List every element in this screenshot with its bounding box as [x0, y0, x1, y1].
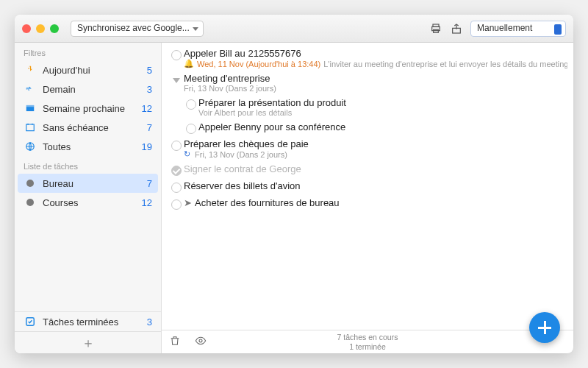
- task-title: ➤Acheter des fournitures de bureau: [184, 197, 567, 208]
- subtask-row[interactable]: Préparer la présentation du produit Voir…: [165, 95, 567, 119]
- filter-all[interactable]: Toutes 19: [15, 137, 161, 156]
- location-icon: ➤: [184, 197, 192, 208]
- task-title: Réserver des billets d'avion: [184, 180, 567, 191]
- filter-count: 19: [142, 141, 152, 152]
- task-checkbox[interactable]: [186, 124, 196, 134]
- task-row[interactable]: Appeler Bill au 2125557676 🔔 Wed, 11 Nov…: [165, 46, 567, 71]
- task-title: Préparer les chèques de paie: [184, 138, 567, 149]
- task-group[interactable]: Meeting d'entreprise Fri, 13 Nov (Dans 2…: [165, 71, 567, 95]
- task-checkbox-done[interactable]: [171, 166, 182, 176]
- sidebar: Filtres Aujourd'hui 5 Demain 3 Semaine p…: [15, 43, 162, 353]
- list-label: Bureau: [43, 178, 74, 189]
- titlebar: Synchronisez avec Google... Manuellement: [15, 15, 573, 43]
- main-footer: 7 tâches en cours 1 terminée: [162, 330, 573, 353]
- task-title: Appeler Bill au 2125557676: [184, 48, 567, 59]
- svg-rect-2: [434, 29, 439, 32]
- task-list: Appeler Bill au 2125557676 🔔 Wed, 11 Nov…: [162, 43, 573, 330]
- completed-label: Tâches terminées: [43, 316, 118, 328]
- task-checkbox[interactable]: [171, 141, 182, 151]
- task-checkbox[interactable]: [186, 99, 196, 110]
- task-date: Fri, 13 Nov (Dans 2 jours): [184, 84, 276, 93]
- task-checkbox[interactable]: [171, 50, 182, 60]
- filters-header: Filtres: [15, 43, 161, 60]
- list-dot-icon: [24, 197, 37, 208]
- sidebar-footer: ＋: [15, 331, 161, 353]
- filter-count: 3: [147, 84, 152, 95]
- zoom-icon[interactable]: [50, 24, 59, 33]
- filter-count: 7: [147, 122, 152, 133]
- task-note: Voir Albert pour les détails: [198, 108, 567, 117]
- tomorrow-icon: [24, 83, 37, 95]
- filter-label: Toutes: [43, 141, 71, 152]
- disclosure-icon[interactable]: [173, 78, 180, 83]
- filter-label: Demain: [43, 84, 76, 95]
- eye-icon[interactable]: [194, 335, 207, 350]
- list-bureau[interactable]: Bureau 7: [18, 174, 158, 193]
- add-task-fab[interactable]: [529, 312, 560, 343]
- sync-select[interactable]: Synchronisez avec Google...: [71, 21, 204, 37]
- add-list-button[interactable]: ＋: [82, 334, 95, 352]
- filter-count: 12: [142, 103, 152, 114]
- task-title: Meeting d'entreprise: [184, 73, 567, 84]
- filter-label: Sans échéance: [43, 122, 109, 133]
- task-title: Signer le contrat de George: [184, 163, 567, 174]
- task-row[interactable]: Réserver des billets d'avion: [165, 178, 567, 195]
- task-date: Fri, 13 Nov (Dans 2 jours): [195, 150, 287, 159]
- list-courses[interactable]: Courses 12: [15, 193, 161, 212]
- list-count: 7: [147, 178, 152, 189]
- globe-icon: [24, 141, 37, 152]
- close-icon[interactable]: [22, 24, 31, 33]
- check-icon: [24, 316, 37, 328]
- print-icon[interactable]: [429, 22, 442, 35]
- main-area: Appeler Bill au 2125557676 🔔 Wed, 11 Nov…: [162, 43, 573, 353]
- filter-week[interactable]: Semaine prochaine 12: [15, 99, 161, 118]
- bell-icon: 🔔: [184, 59, 194, 68]
- completed-tasks[interactable]: Tâches terminées 3: [15, 311, 161, 331]
- filter-label: Semaine prochaine: [43, 103, 125, 114]
- task-title: Appeler Benny pour sa conférence: [198, 121, 567, 132]
- svg-rect-5: [26, 105, 35, 107]
- week-icon: [24, 102, 37, 114]
- filter-today[interactable]: Aujourd'hui 5: [15, 60, 161, 79]
- trash-icon[interactable]: [169, 335, 181, 350]
- window-controls: [22, 24, 59, 33]
- filter-tomorrow[interactable]: Demain 3: [15, 79, 161, 99]
- sort-select[interactable]: Manuellement: [470, 21, 566, 37]
- list-label: Courses: [43, 197, 78, 208]
- footer-status: 7 tâches en cours 1 terminée: [337, 333, 398, 350]
- minimize-icon[interactable]: [36, 24, 45, 33]
- list-count: 12: [142, 197, 152, 208]
- nodate-icon: [24, 121, 37, 133]
- task-row-done[interactable]: Signer le contrat de George: [165, 161, 567, 178]
- app-window: Synchronisez avec Google... Manuellement…: [15, 15, 573, 353]
- lists-header: Liste de tâches: [15, 156, 161, 174]
- task-title: Préparer la présentation du produit: [198, 97, 567, 108]
- task-checkbox[interactable]: [171, 183, 182, 193]
- repeat-icon: ↻: [184, 149, 190, 159]
- task-checkbox[interactable]: [171, 199, 182, 210]
- svg-rect-6: [26, 124, 35, 131]
- filter-label: Aujourd'hui: [43, 65, 90, 76]
- filter-nodate[interactable]: Sans échéance 7: [15, 118, 161, 137]
- svg-point-9: [199, 339, 202, 342]
- subtask-row[interactable]: Appeler Benny pour sa conférence: [165, 119, 567, 136]
- today-icon: [24, 64, 37, 76]
- task-note: L'inviter au meeting d'entreprise et lui…: [323, 60, 567, 68]
- list-dot-icon: [24, 177, 37, 189]
- completed-count: 3: [147, 316, 152, 328]
- task-row[interactable]: ➤Acheter des fournitures de bureau: [165, 195, 567, 212]
- task-row[interactable]: Préparer les chèques de paie ↻Fri, 13 No…: [165, 136, 567, 161]
- task-due: Wed, 11 Nov (Aujourd'hui à 13:44): [197, 60, 320, 68]
- filter-count: 5: [147, 65, 152, 76]
- share-icon[interactable]: [450, 22, 463, 35]
